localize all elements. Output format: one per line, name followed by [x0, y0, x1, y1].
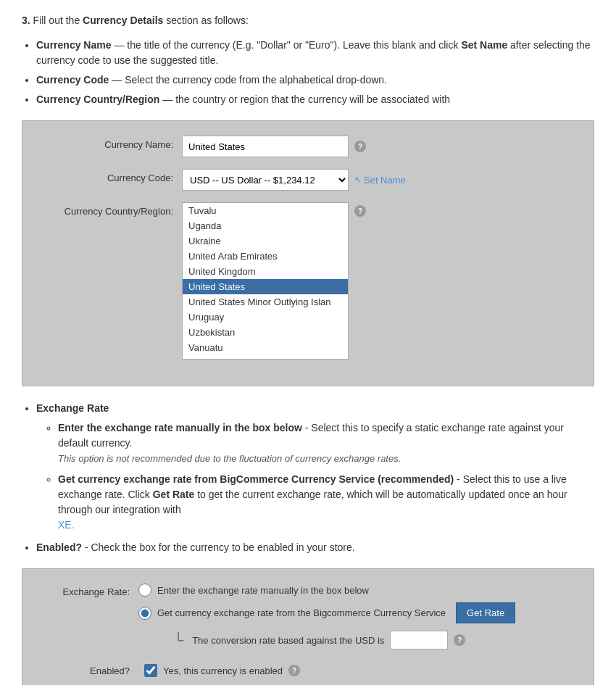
currency-code-label: Currency Code:	[51, 169, 182, 183]
instruction-item-name: Currency Name — the title of the currenc…	[36, 38, 594, 68]
currency-country-label: Currency Country/Region:	[51, 202, 182, 217]
currency-name-row: Currency Name: ?	[51, 136, 565, 157]
step-number: 3.	[22, 14, 30, 26]
exchange-rate-section: Exchange Rate Enter the exchange rate ma…	[22, 401, 594, 555]
conversion-rate-input[interactable]	[390, 631, 448, 649]
exchange-rate-item: Exchange Rate Enter the exchange rate ma…	[36, 401, 594, 533]
enabled-help-icon[interactable]: ?	[288, 665, 300, 676]
currency-country-wrap: Tuvalu Uganda Ukraine United Arab Emirat…	[182, 202, 366, 360]
xe-link[interactable]: XE.	[58, 519, 75, 531]
exchange-bigcommerce-item: Get currency exchange rate from BigComme…	[58, 472, 594, 533]
list-item[interactable]: Tuvalu	[183, 203, 348, 218]
list-item[interactable]: Uruguay	[183, 310, 348, 325]
currency-name-input[interactable]	[182, 136, 349, 157]
currency-name-wrap: ?	[182, 136, 366, 157]
list-item[interactable]: Ukraine	[183, 233, 348, 249]
radio-bigcommerce-label: Get currency exchange rate from the Bigc…	[157, 607, 446, 618]
radio-bigcommerce-row: Get currency exchange rate from the Bigc…	[138, 602, 515, 623]
exchange-list: Exchange Rate Enter the exchange rate ma…	[36, 401, 594, 555]
step-header: 3. Fill out the Currency Details section…	[22, 14, 594, 26]
enabled-item: Enabled? - Check the box for the currenc…	[36, 540, 594, 555]
radio-bigcommerce[interactable]	[138, 607, 151, 620]
currency-code-row: Currency Code: USD -- US Dollar -- $1,23…	[51, 169, 565, 191]
list-item[interactable]: United Arab Emirates	[183, 249, 348, 264]
list-item[interactable]: Venezuela	[183, 355, 348, 359]
conversion-bracket-icon: └	[173, 632, 183, 649]
list-item[interactable]: United States Minor Outlying Islan	[183, 294, 348, 310]
enabled-checkbox[interactable]	[144, 664, 157, 677]
set-name-link[interactable]: Set Name	[354, 175, 406, 186]
list-item[interactable]: Uganda	[183, 218, 348, 233]
list-item[interactable]: Vanuatu	[183, 340, 348, 355]
currency-name-label: Currency Name:	[51, 136, 182, 150]
list-item-selected[interactable]: United States	[183, 279, 348, 294]
exchange-note: This option is not recommended due to th…	[58, 453, 401, 464]
exchange-rate-panel-label: Exchange Rate:	[44, 584, 138, 597]
list-item[interactable]: Uzbekistan	[183, 325, 348, 340]
list-item[interactable]: United Kingdom	[183, 264, 348, 279]
conversion-label: The conversion rate based against the US…	[192, 635, 384, 646]
currency-code-select[interactable]: USD -- US Dollar -- $1,234.12 EUR -- Eur…	[182, 169, 349, 191]
country-dropdown-container: Tuvalu Uganda Ukraine United Arab Emirat…	[182, 202, 349, 360]
radio-manual-label: Enter the exchange rate manually in the …	[157, 585, 369, 596]
country-dropdown-list-wrap: Tuvalu Uganda Ukraine United Arab Emirat…	[182, 202, 349, 360]
radio-manual-row: Enter the exchange rate manually in the …	[138, 584, 515, 597]
exchange-manual-item: Enter the exchange rate manually in the …	[58, 420, 594, 466]
currency-name-help-icon[interactable]: ?	[354, 141, 366, 152]
instruction-item-code: Currency Code — Select the currency code…	[36, 72, 594, 88]
instructions-list: Currency Name — the title of the currenc…	[36, 38, 594, 107]
currency-code-wrap: USD -- US Dollar -- $1,234.12 EUR -- Eur…	[182, 169, 406, 191]
country-dropdown-list[interactable]: Tuvalu Uganda Ukraine United Arab Emirat…	[183, 203, 348, 359]
enabled-row: Enabled? Yes, this currency is enabled ?	[44, 664, 572, 677]
exchange-panel: Exchange Rate: Enter the exchange rate m…	[22, 568, 594, 685]
conversion-row: └ The conversion rate based against the …	[173, 631, 572, 649]
step-bold: Currency Details	[83, 14, 166, 26]
step-fill-text: Fill out the	[33, 14, 80, 26]
enabled-text: Yes, this currency is enabled	[163, 665, 283, 676]
exchange-radio-section: Exchange Rate: Enter the exchange rate m…	[44, 584, 572, 623]
exchange-sub-list: Enter the exchange rate manually in the …	[58, 420, 594, 533]
currency-country-row: Currency Country/Region: Tuvalu Uganda U…	[51, 202, 565, 360]
instruction-item-country: Currency Country/Region — the country or…	[36, 92, 594, 107]
radio-options: Enter the exchange rate manually in the …	[138, 584, 515, 623]
radio-manual[interactable]	[138, 584, 151, 597]
country-help-icon[interactable]: ?	[354, 205, 366, 217]
get-rate-button[interactable]: Get Rate	[456, 602, 515, 623]
conversion-help-icon[interactable]: ?	[454, 634, 465, 646]
enabled-label: Enabled?	[44, 665, 138, 676]
currency-form-panel: Currency Name: ? Currency Code: USD -- U…	[22, 120, 594, 386]
step-text2: section as follows:	[166, 14, 249, 26]
